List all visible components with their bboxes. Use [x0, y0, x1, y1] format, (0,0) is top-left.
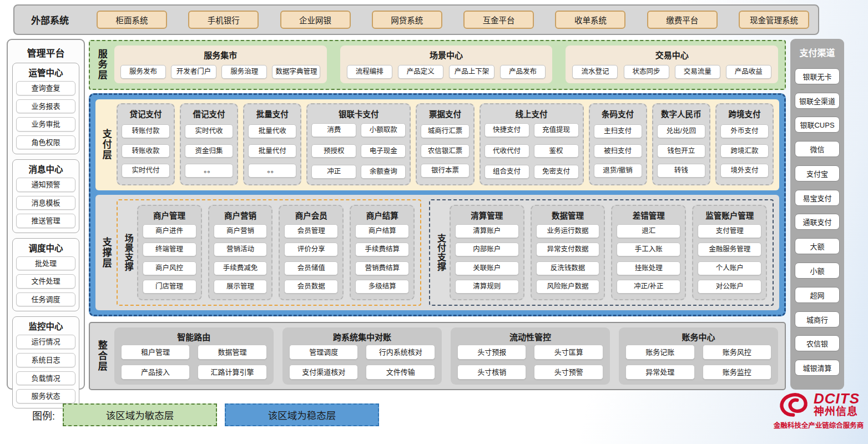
channel-button[interactable]: 易宝支付 [795, 190, 840, 206]
payment-function-button[interactable]: 转账收款 [122, 144, 170, 158]
payment-function-button[interactable]: 实时代收 [185, 124, 233, 138]
support-function-button[interactable]: 关联账户 [455, 261, 519, 275]
payment-function-button[interactable]: 消费 [311, 123, 356, 137]
management-function-button[interactable]: 通知预警 [16, 178, 75, 192]
payment-function-button[interactable]: 余额查询 [361, 165, 406, 179]
payment-function-button[interactable]: 被扫支付 [594, 144, 642, 158]
support-function-button[interactable]: 营销活动 [214, 243, 268, 256]
support-function-button[interactable]: 评价分享 [284, 243, 338, 256]
external-system-button[interactable]: 企业网银 [280, 11, 351, 29]
external-system-button[interactable]: 手机银行 [188, 11, 259, 29]
payment-function-button[interactable]: 外币支付 [720, 124, 769, 138]
channel-button[interactable]: 微信 [795, 141, 840, 157]
channel-button[interactable]: 城银清算 [795, 360, 840, 376]
integration-function-button[interactable]: 账务监控 [703, 365, 772, 380]
channel-button[interactable]: 小额 [795, 263, 840, 279]
channel-button[interactable]: 银联CUPS [795, 117, 840, 133]
channel-button[interactable]: 通联支付 [795, 214, 840, 230]
support-function-button[interactable]: 手工入账 [617, 243, 680, 256]
payment-function-button[interactable]: 代收代付 [485, 144, 529, 158]
external-system-button[interactable]: 现金管理系统 [739, 11, 809, 29]
management-function-button[interactable]: 业务审批 [16, 117, 75, 132]
external-system-button[interactable]: 网贷系统 [372, 11, 442, 29]
service-function-button[interactable]: 产品定义 [398, 65, 443, 79]
support-function-button[interactable]: 清算规则 [455, 280, 519, 294]
payment-function-button[interactable]: 。。 [248, 164, 296, 178]
support-function-button[interactable]: 会员储值 [284, 261, 338, 275]
integration-function-button[interactable]: 租户管理 [121, 345, 190, 360]
payment-function-button[interactable]: 小额取款 [361, 123, 406, 137]
integration-function-button[interactable]: 头寸匡算 [534, 345, 603, 360]
payment-function-button[interactable]: 实时代付 [122, 164, 170, 178]
service-function-button[interactable]: 产品收益 [726, 65, 771, 79]
payment-function-button[interactable]: 电子现金 [361, 144, 406, 158]
service-function-button[interactable]: 服务治理 [221, 65, 267, 79]
channel-button[interactable]: 银联全渠道 [795, 93, 840, 109]
channel-button[interactable]: 超网 [795, 287, 840, 303]
channel-button[interactable]: 城商行 [795, 311, 840, 327]
payment-function-button[interactable]: 免密支付 [534, 165, 579, 179]
management-function-button[interactable]: 系统日志 [16, 353, 75, 367]
payment-function-button[interactable]: 农信银汇票 [421, 144, 469, 158]
payment-function-button[interactable]: 退货/撤销 [594, 164, 642, 178]
payment-function-button[interactable]: 资金归集 [185, 144, 233, 158]
payment-function-button[interactable]: 鉴权 [534, 144, 579, 158]
service-function-button[interactable]: 产品上下架 [449, 65, 494, 79]
management-function-button[interactable]: 运行情况 [16, 335, 75, 349]
channel-button[interactable]: 农信银 [795, 335, 840, 351]
payment-function-button[interactable]: 主扫支付 [594, 124, 642, 138]
payment-function-button[interactable]: 组合支付 [485, 165, 529, 179]
payment-function-button[interactable]: 城商行汇票 [421, 124, 469, 138]
support-function-button[interactable]: 清算账户 [455, 224, 519, 238]
management-function-button[interactable]: 消息模板 [16, 196, 75, 210]
payment-function-button[interactable]: 冲正 [311, 165, 356, 179]
support-function-button[interactable]: 金融服务管理 [698, 243, 761, 256]
support-function-button[interactable]: 终端管理 [143, 243, 196, 256]
external-system-button[interactable]: 互金平台 [463, 11, 534, 29]
support-function-button[interactable]: 反洗钱数据 [536, 261, 600, 275]
support-function-button[interactable]: 业务运行数据 [536, 224, 600, 238]
support-function-button[interactable]: 冲正/补正 [617, 280, 680, 294]
payment-function-button[interactable]: 批量代收 [248, 124, 296, 138]
integration-function-button[interactable]: 产品接入 [121, 365, 190, 380]
channel-button[interactable]: 支付宝 [795, 165, 840, 181]
support-function-button[interactable]: 异常支付数据 [536, 243, 600, 256]
support-function-button[interactable]: 营销费结算 [355, 261, 409, 275]
payment-function-button[interactable]: 钱包开立 [657, 144, 705, 158]
payment-function-button[interactable]: 。。 [185, 164, 233, 178]
support-function-button[interactable]: 会员数据 [284, 280, 338, 294]
support-function-button[interactable]: 退汇 [617, 224, 680, 238]
integration-function-button[interactable]: 头寸预警 [534, 365, 603, 380]
support-function-button[interactable]: 商户进件 [143, 224, 196, 238]
support-function-button[interactable]: 会员管理 [284, 224, 338, 238]
integration-function-button[interactable]: 账务风控 [703, 345, 772, 360]
payment-function-button[interactable]: 转账付款 [122, 124, 170, 138]
payment-function-button[interactable]: 跨境汇款 [720, 144, 769, 158]
management-function-button[interactable]: 服务状态 [16, 389, 75, 403]
service-function-button[interactable]: 服务发布 [120, 65, 166, 79]
support-function-button[interactable]: 手续费结算 [355, 243, 409, 256]
service-function-button[interactable]: 流水登记 [572, 65, 618, 79]
integration-function-button[interactable]: 文件传输 [366, 365, 435, 380]
management-function-button[interactable]: 文件处理 [16, 274, 75, 289]
integration-function-button[interactable]: 支付渠道核对 [289, 365, 359, 380]
management-function-button[interactable]: 角色权限 [16, 135, 75, 150]
support-function-button[interactable]: 风险账户数据 [536, 280, 600, 294]
support-function-button[interactable]: 商户营销 [214, 224, 268, 238]
management-function-button[interactable]: 业务报表 [16, 99, 75, 114]
channel-button[interactable]: 大额 [795, 238, 840, 254]
payment-function-button[interactable]: 境外支付 [720, 164, 769, 178]
payment-function-button[interactable]: 充值提现 [534, 123, 579, 137]
support-function-button[interactable]: 支付管理 [698, 224, 761, 238]
support-function-button[interactable]: 内部账户 [455, 243, 519, 256]
external-system-button[interactable]: 缴费平台 [647, 11, 718, 29]
support-function-button[interactable]: 商户风控 [143, 261, 196, 275]
support-function-button[interactable]: 展示管理 [214, 280, 268, 294]
service-function-button[interactable]: 流程编排 [347, 65, 392, 79]
external-system-button[interactable]: 柜面系统 [97, 11, 167, 29]
service-function-button[interactable]: 状态同步 [624, 65, 669, 79]
payment-function-button[interactable]: 兑出/兑回 [657, 124, 705, 138]
integration-function-button[interactable]: 账务记账 [625, 345, 695, 360]
support-function-button[interactable]: 多级结算 [355, 280, 409, 294]
service-function-button[interactable]: 产品发布 [500, 65, 546, 79]
